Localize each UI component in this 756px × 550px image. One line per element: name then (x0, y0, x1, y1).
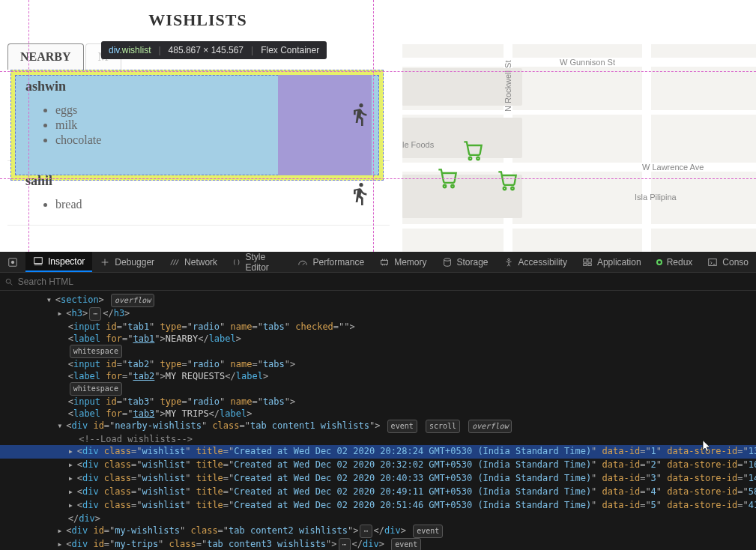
road-label: N Rockwell St (504, 61, 512, 112)
wishlist-scroll-area[interactable]: ashwin eggs milk chocolate sahil bread (7, 67, 390, 252)
road-label: W Gunnison St (560, 58, 615, 67)
road-label: Isla Pilipina (635, 193, 677, 202)
tooltip-flex: Flex Container (261, 45, 319, 55)
wishlist-owner: ashwin (25, 79, 348, 94)
road-label: le Foods (402, 140, 434, 149)
tooltip-class: .wishlist (119, 45, 151, 55)
wishlist-panel: WISHLISTS NEARBY M ashwin eggs milk choc… (0, 0, 396, 252)
wishlist-item: milk (55, 118, 348, 132)
svg-point-5 (511, 187, 514, 190)
cart-icon[interactable] (437, 168, 458, 189)
wishlist-items: eggs milk chocolate (25, 103, 348, 147)
svg-point-0 (444, 185, 447, 188)
wishlist-owner: sahil (25, 173, 348, 189)
wishlist-item: eggs (55, 103, 348, 117)
wishlist-card[interactable]: ashwin eggs milk chocolate (7, 67, 390, 161)
map[interactable]: W Gunnison St W Lawrence Ave N Rockwell … (402, 44, 756, 252)
tooltip-tag: div (109, 45, 119, 55)
svg-point-4 (504, 187, 506, 190)
cart-icon[interactable] (497, 170, 518, 191)
tooltip-dimensions: 485.867 × 145.567 (169, 45, 244, 55)
run-icon[interactable] (348, 181, 372, 205)
tab-nearby[interactable]: NEARBY (7, 43, 84, 70)
page-title: WISHLISTS (0, 0, 396, 43)
svg-point-1 (451, 185, 454, 188)
svg-point-3 (477, 157, 480, 160)
svg-point-2 (469, 157, 472, 160)
wishlist-item: bread (55, 198, 348, 211)
cart-icon[interactable] (462, 140, 483, 161)
inspector-tooltip: div.wishlist | 485.867 × 145.567 | Flex … (101, 41, 327, 59)
road-label: W Lawrence Ave (642, 163, 704, 172)
wishlist-items: bread (25, 198, 348, 211)
tab-label: Style Editor (246, 252, 283, 253)
wishlist-item: chocolate (55, 133, 348, 147)
run-icon[interactable] (348, 102, 372, 126)
wishlist-card[interactable]: sahil bread (7, 161, 390, 226)
